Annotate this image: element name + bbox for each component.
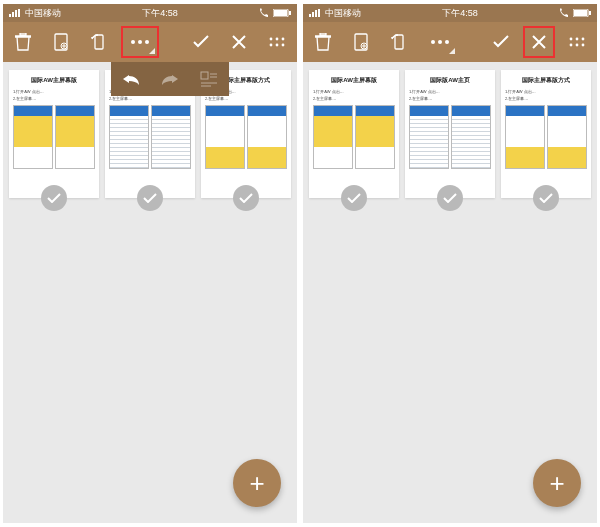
- signal-icon: [9, 9, 21, 17]
- tools-icon[interactable]: [196, 66, 222, 92]
- close-icon[interactable]: [527, 30, 551, 54]
- svg-rect-0: [9, 14, 11, 17]
- overflow-indicator: [449, 48, 455, 54]
- fab-add[interactable]: +: [233, 459, 281, 507]
- page-card-1[interactable]: 国际版AW主页 1.打开AW 点击… 2.在主屏幕…: [405, 70, 495, 198]
- carrier-label: 中国移动: [25, 7, 61, 20]
- card-title: 国际主屏幕版方式: [522, 76, 570, 85]
- more-dropdown: [111, 62, 229, 96]
- svg-point-37: [576, 44, 579, 47]
- check-badge[interactable]: [137, 185, 163, 211]
- card-line: 1.打开AW 点击…: [313, 89, 395, 94]
- svg-point-36: [570, 44, 573, 47]
- svg-rect-29: [395, 35, 403, 49]
- card-title: 国际AW主屏幕版: [31, 76, 77, 85]
- confirm-icon[interactable]: [489, 30, 513, 54]
- svg-rect-25: [574, 10, 587, 16]
- card-line: 1.打开AW 点击…: [13, 89, 95, 94]
- rotate-icon[interactable]: [87, 30, 111, 54]
- svg-rect-22: [315, 10, 317, 17]
- more-icon[interactable]: [425, 30, 455, 54]
- plus-icon: +: [249, 468, 264, 499]
- svg-rect-3: [18, 9, 20, 17]
- thumb-row: [505, 105, 587, 169]
- svg-point-35: [582, 38, 585, 41]
- content-area: 国际AW主屏幕版 1.打开AW 点击… 2.在主屏幕… 国际版AW主页 1.打开…: [303, 62, 597, 523]
- comparison-canvas: 中国移动 下午4:58: [0, 0, 600, 527]
- svg-point-12: [145, 40, 149, 44]
- check-badge[interactable]: [233, 185, 259, 211]
- redo-icon[interactable]: [157, 66, 183, 92]
- card-line: 2.在主屏幕…: [313, 96, 395, 101]
- doc-icon[interactable]: [49, 30, 73, 54]
- card-line: 1.打开AW 点击…: [409, 89, 491, 94]
- svg-point-10: [131, 40, 135, 44]
- svg-point-15: [282, 38, 285, 41]
- delete-icon[interactable]: [311, 30, 335, 54]
- page-card-2[interactable]: 国际主屏幕版方式 1.打开AW 点击… 2.在主屏幕…: [501, 70, 591, 198]
- delete-icon[interactable]: [11, 30, 35, 54]
- svg-point-16: [270, 44, 273, 47]
- card-line: 1.打开AW 点击…: [505, 89, 587, 94]
- fab-add[interactable]: +: [533, 459, 581, 507]
- grid-icon[interactable]: [565, 30, 589, 54]
- card-title: 国际主屏幕版方式: [222, 76, 270, 85]
- page-card-0[interactable]: 国际AW主屏幕版 1.打开AW 点击… 2.在主屏幕…: [309, 70, 399, 198]
- svg-rect-6: [289, 11, 291, 15]
- phone-left: 中国移动 下午4:58: [3, 4, 297, 523]
- card-line: 2.在主屏幕…: [109, 96, 191, 101]
- battery-icon: [573, 9, 591, 17]
- card-line: 2.在主屏幕…: [409, 96, 491, 101]
- card-title: 国际版AW主页: [430, 76, 470, 85]
- statusbar: 中国移动 下午4:58: [3, 4, 297, 22]
- page-card-0[interactable]: 国际AW主屏幕版 1.打开AW 点击… 2.在主屏幕…: [9, 70, 99, 198]
- statusbar: 中国移动 下午4:58: [303, 4, 597, 22]
- svg-point-18: [282, 44, 285, 47]
- svg-point-31: [438, 40, 442, 44]
- phone-right: 中国移动 下午4:58: [303, 4, 597, 523]
- svg-rect-1: [12, 12, 14, 17]
- svg-point-33: [570, 38, 573, 41]
- svg-rect-26: [589, 11, 591, 15]
- check-badge[interactable]: [41, 185, 67, 211]
- content-area: 国际AW主屏幕版 1.打开AW 点击… 2.在主屏幕… 国际版AW主页 1.打开…: [3, 62, 297, 523]
- svg-rect-2: [15, 10, 17, 17]
- doc-icon[interactable]: [349, 30, 373, 54]
- overflow-indicator: [149, 48, 155, 54]
- phone-icon: [259, 8, 269, 18]
- battery-icon: [273, 9, 291, 17]
- toolbar: [3, 22, 297, 62]
- svg-point-11: [138, 40, 142, 44]
- thumb-row: [205, 105, 287, 169]
- clock-label: 下午4:58: [442, 7, 478, 20]
- svg-point-17: [276, 44, 279, 47]
- svg-point-38: [582, 44, 585, 47]
- card-line: 2.在主屏幕…: [505, 96, 587, 101]
- check-badge[interactable]: [533, 185, 559, 211]
- check-badge[interactable]: [341, 185, 367, 211]
- svg-rect-21: [312, 12, 314, 17]
- confirm-icon[interactable]: [189, 30, 213, 54]
- plus-icon: +: [549, 468, 564, 499]
- svg-point-34: [576, 38, 579, 41]
- svg-rect-9: [95, 35, 103, 49]
- toolbar: [303, 22, 597, 62]
- thumb-row: [313, 105, 395, 169]
- thumb-row: [409, 105, 491, 169]
- svg-rect-19: [201, 72, 208, 79]
- grid-icon[interactable]: [265, 30, 289, 54]
- clock-label: 下午4:58: [142, 7, 178, 20]
- undo-icon[interactable]: [118, 66, 144, 92]
- carrier-label: 中国移动: [325, 7, 361, 20]
- svg-point-30: [431, 40, 435, 44]
- svg-rect-20: [309, 14, 311, 17]
- close-icon[interactable]: [227, 30, 251, 54]
- rotate-icon[interactable]: [387, 30, 411, 54]
- check-badge[interactable]: [437, 185, 463, 211]
- svg-rect-5: [274, 10, 287, 16]
- more-icon[interactable]: [125, 30, 155, 54]
- svg-point-32: [445, 40, 449, 44]
- signal-icon: [309, 9, 321, 17]
- svg-point-14: [276, 38, 279, 41]
- card-line: 2.在主屏幕…: [13, 96, 95, 101]
